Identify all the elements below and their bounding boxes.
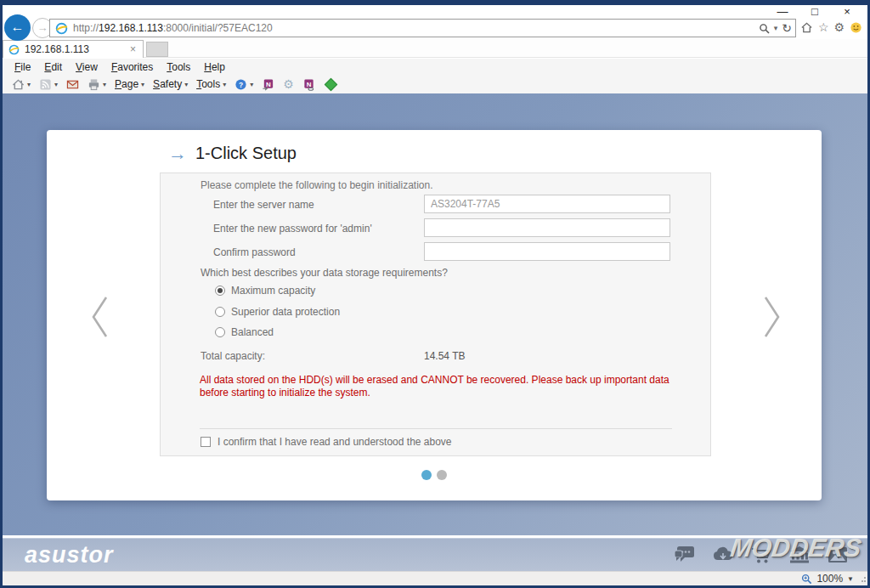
carousel-next-button[interactable] — [759, 293, 784, 341]
chevron-down-icon: ▾ — [250, 81, 253, 88]
pagination-dot-1[interactable] — [421, 470, 432, 480]
tab-active[interactable]: 192.168.1.113 × — [3, 40, 144, 58]
storage-question: Which best describes your data storage r… — [201, 267, 448, 279]
password-label: Enter the new password for 'admin' — [213, 223, 372, 235]
rss-icon — [39, 78, 52, 91]
zoom-dropdown-icon[interactable]: ▼ — [847, 575, 854, 583]
search-dropdown-icon[interactable]: ▾ — [774, 24, 778, 32]
tools-menu[interactable]: Tools ▾ — [194, 78, 229, 90]
radio-icon[interactable] — [215, 327, 225, 337]
radio-option-balanced[interactable]: Balanced — [215, 326, 274, 338]
chevron-right-icon — [759, 293, 784, 341]
print-command[interactable]: ▾ — [85, 78, 109, 91]
menu-favorites[interactable]: Favorites — [105, 60, 160, 74]
command-bar: ▾ ▾ ▾ Page ▾ Safety ▾ Tools — [3, 75, 867, 93]
total-capacity-label: Total capacity: — [201, 350, 265, 362]
browser-action-icons: ☆ ⚙ — [800, 20, 862, 35]
setup-card: → 1-Click Setup Please complete the foll… — [47, 130, 822, 500]
help-menu[interactable]: ? ▾ — [232, 78, 256, 91]
zoom-level: 100% — [816, 573, 843, 585]
pagination-dot-2[interactable] — [437, 470, 447, 480]
browser-window: — □ × ← → http://192.168.1.113:8000/init… — [0, 0, 870, 588]
page-menu[interactable]: Page ▾ — [112, 78, 147, 90]
menu-view[interactable]: View — [69, 60, 105, 74]
url-protocol: http:// — [73, 22, 99, 34]
tab-title: 192.168.1.113 — [25, 43, 128, 55]
page-menu-label: Page — [115, 78, 138, 90]
home-icon — [12, 78, 25, 91]
onenote-send-command[interactable]: N — [259, 78, 277, 91]
shopping-cart-icon[interactable] — [750, 545, 772, 565]
confirm-checkbox[interactable] — [201, 437, 211, 447]
settings-gear-icon[interactable]: ⚙ — [833, 20, 845, 35]
url-host: 192.168.1.113 — [99, 22, 163, 34]
menu-file[interactable]: File — [8, 60, 37, 74]
carousel-prev-button[interactable] — [88, 293, 113, 341]
back-button[interactable]: ← — [4, 14, 31, 41]
image-icon[interactable] — [827, 545, 849, 565]
svg-text:N: N — [306, 80, 311, 88]
svg-text:N: N — [266, 80, 271, 88]
bank-icon[interactable] — [788, 545, 811, 565]
page-viewport: → 1-Click Setup Please complete the foll… — [3, 93, 867, 535]
url-path: :8000/initial/?57EAC120 — [163, 22, 273, 34]
chevron-down-icon: ▾ — [223, 81, 226, 88]
confirm-row[interactable]: I confirm that I have read and understoo… — [201, 436, 452, 448]
radio-label: Maximum capacity — [231, 285, 315, 297]
chevron-down-icon: ▾ — [141, 81, 144, 88]
ie-tab-icon — [8, 44, 20, 55]
server-name-label: Enter the server name — [213, 199, 314, 211]
new-tab-button[interactable] — [146, 42, 168, 57]
zoom-magnifier-icon — [801, 574, 812, 585]
tab-bar: 192.168.1.113 × — [3, 39, 867, 58]
safety-menu[interactable]: Safety ▾ — [150, 78, 190, 90]
radio-icon[interactable] — [215, 286, 225, 296]
menu-edit[interactable]: Edit — [37, 60, 69, 74]
radio-option-superior-data-protection[interactable]: Superior data protection — [215, 306, 340, 318]
password-input[interactable] — [424, 218, 670, 237]
home-icon[interactable] — [800, 21, 813, 34]
menu-tools[interactable]: Tools — [160, 60, 197, 74]
search-icon[interactable] — [759, 23, 770, 34]
feeds-command[interactable]: ▾ — [37, 78, 60, 91]
chevron-down-icon: ▾ — [103, 81, 106, 88]
printer-icon — [88, 78, 100, 91]
asustor-logo: asustor — [25, 542, 114, 568]
home-command[interactable]: ▾ — [9, 78, 33, 91]
menu-help[interactable]: Help — [197, 60, 232, 74]
favorites-star-icon[interactable]: ☆ — [818, 20, 829, 35]
chevron-down-icon: ▾ — [27, 81, 31, 88]
onenote-icon: N — [262, 78, 274, 91]
zoom-control[interactable]: 100% ▼ — [801, 573, 854, 585]
footer-bar: asustor MODDERS — [3, 538, 867, 571]
addon-command[interactable] — [321, 80, 338, 89]
onenote-linked-notes-command[interactable]: N — [300, 78, 318, 91]
help-icon: ? — [234, 78, 247, 91]
onenote-linked-icon: N — [302, 78, 315, 91]
server-name-input[interactable] — [424, 195, 670, 213]
feedback-smiley-icon[interactable] — [850, 21, 862, 34]
chevron-down-icon: ▾ — [54, 81, 58, 88]
address-bar[interactable]: http://192.168.1.113:8000/initial/?57EAC… — [49, 19, 796, 37]
radio-option-maximum-capacity[interactable]: Maximum capacity — [215, 285, 315, 297]
intro-text: Please complete the following to begin i… — [201, 179, 433, 191]
radio-icon[interactable] — [215, 307, 225, 317]
svg-text:?: ? — [239, 80, 243, 88]
data-erase-warning: All data stored on the HDD(s) will be er… — [200, 374, 677, 399]
status-bar: 100% ▼ — [3, 571, 867, 585]
chat-icon[interactable] — [674, 545, 696, 565]
tab-close-icon[interactable]: × — [128, 43, 138, 55]
ie-page-icon — [55, 22, 68, 35]
divider — [200, 428, 672, 429]
refresh-icon[interactable]: ↻ — [782, 21, 792, 35]
read-mail-command[interactable] — [64, 78, 82, 91]
address-bar-tools: ▾ ↻ — [759, 21, 792, 35]
carousel-pagination — [47, 470, 822, 480]
gear-command[interactable]: ⚙ — [280, 77, 297, 91]
confirm-password-input[interactable] — [424, 242, 670, 261]
cloud-download-icon[interactable] — [712, 545, 734, 565]
chevron-left-icon — [88, 293, 113, 341]
resize-grip[interactable] — [859, 577, 866, 584]
gear-icon: ⚙ — [283, 77, 294, 91]
confirm-password-label: Confirm password — [213, 246, 296, 258]
